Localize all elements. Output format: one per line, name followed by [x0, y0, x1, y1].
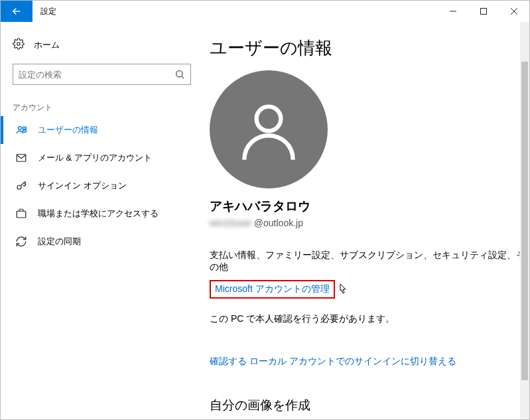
nav-work-school[interactable]: 職場または学校にアクセスする [1, 200, 203, 228]
briefcase-icon [15, 208, 27, 220]
titlebar: 設定 [1, 1, 529, 22]
gear-icon [13, 38, 25, 52]
window-controls [438, 1, 529, 22]
picture-heading: 自分の画像を作成 [210, 397, 529, 414]
account-description: 支払い情報、ファミリー設定、サブスクリプション、セキュリティ設定、その他 [210, 249, 529, 273]
verify-link[interactable]: 確認する [210, 356, 247, 368]
nav-label: 職場または学校にアクセスする [38, 208, 159, 220]
svg-line-6 [182, 76, 184, 78]
maximize-button[interactable] [468, 1, 499, 22]
sync-icon [15, 236, 27, 247]
svg-rect-9 [23, 130, 26, 132]
switch-local-account-link[interactable]: ローカル アカウントでのサインインに切り替える [249, 356, 456, 368]
scroll-thumb[interactable] [521, 62, 528, 380]
nav-signin-options[interactable]: サインイン オプション [1, 172, 203, 200]
search-box[interactable] [13, 64, 191, 85]
nav-label: ユーザーの情報 [38, 124, 98, 136]
email-local: win10user [210, 218, 252, 228]
content-pane: ユーザーの情報 アキハバラタロウ win10user @outlook.jp 支… [203, 22, 529, 419]
person-icon [232, 93, 305, 166]
svg-point-7 [18, 127, 21, 130]
minimize-button[interactable] [438, 1, 468, 22]
svg-rect-8 [23, 127, 26, 129]
close-icon [511, 8, 517, 15]
nav-email-apps[interactable]: メール & アプリのアカウント [1, 144, 203, 172]
email-domain: @outlook.jp [254, 218, 303, 228]
sidebar: ホーム アカウント ユーザーの情報 メール & アプリのアカウント サインイン … [1, 22, 203, 419]
person-badge-icon [15, 124, 27, 136]
svg-point-13 [257, 107, 281, 131]
search-icon [174, 69, 185, 80]
mail-icon [15, 152, 27, 164]
back-button[interactable] [1, 1, 33, 22]
nav-label: 設定の同期 [38, 236, 81, 247]
nav-label: サインイン オプション [38, 180, 127, 192]
close-button[interactable] [499, 1, 529, 22]
search-input[interactable] [19, 70, 174, 80]
scrollbar[interactable] [520, 22, 529, 419]
user-email: win10user @outlook.jp [210, 218, 529, 228]
nav-label: メール & アプリのアカウント [38, 152, 152, 164]
key-icon [15, 180, 27, 192]
home-nav[interactable]: ホーム [1, 33, 203, 57]
verify-note: この PC で本人確認を行う必要があります。 [210, 313, 529, 325]
page-title: ユーザーの情報 [210, 36, 529, 60]
nav-user-info[interactable]: ユーザーの情報 [1, 116, 203, 144]
arrow-left-icon [11, 5, 23, 17]
section-label: アカウント [1, 85, 203, 116]
svg-point-5 [176, 71, 182, 77]
svg-rect-1 [481, 9, 487, 15]
svg-rect-12 [17, 211, 26, 218]
window-title: 設定 [33, 1, 438, 22]
home-label: ホーム [34, 39, 60, 51]
svg-point-4 [17, 42, 21, 46]
avatar [210, 70, 328, 188]
user-name: アキハバラタロウ [210, 198, 529, 215]
maximize-icon [480, 8, 487, 15]
nav-sync[interactable]: 設定の同期 [1, 228, 203, 255]
svg-point-11 [17, 185, 21, 189]
minimize-icon [450, 8, 456, 15]
manage-account-link[interactable]: Microsoft アカウントの管理 [210, 280, 335, 299]
